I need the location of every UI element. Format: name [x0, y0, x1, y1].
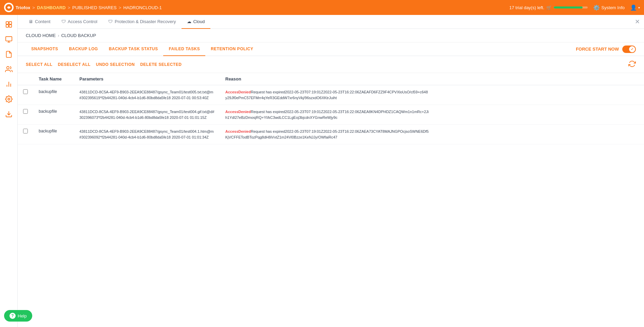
row2-task-name: backupfile — [33, 105, 74, 125]
trial-bar: 17 trial day(s) left. 🛒 — [509, 5, 588, 10]
row3-access-denied: AccessDenied — [225, 129, 251, 133]
tab-content[interactable]: 🖥 Content — [23, 15, 56, 29]
nav-sep3: > — [119, 5, 121, 10]
nav-sep2: > — [68, 5, 70, 10]
row3-checkbox[interactable] — [23, 129, 28, 133]
svg-rect-1 — [6, 22, 8, 24]
sidebar — [0, 15, 18, 327]
topbar-right: 17 trial day(s) left. 🛒 ⚙️ System Info 👤… — [509, 4, 640, 11]
tab-access-control[interactable]: 🛡 Access Control — [56, 15, 103, 29]
user-chevron: ▾ — [638, 6, 640, 10]
toggle-switch[interactable]: ✓ — [622, 46, 636, 53]
row3-params: 43811DCD-8C5A-4EF9-B903-2EEA9CE88487/gsy… — [74, 125, 220, 144]
tab-protection[interactable]: 🛡 Protection & Disaster Recovery — [103, 15, 182, 29]
user-menu[interactable]: 👤 ▾ — [630, 4, 640, 11]
main-content: 🖥 Content 🛡 Access Control 🛡 Protection … — [18, 15, 644, 327]
undo-selection-button[interactable]: UNDO SELECTION — [96, 62, 135, 67]
failed-tasks-table-container[interactable]: Task Name Parameters Reason backupfile — [18, 73, 644, 327]
breadcrumb-current: CLOUD BACKUP — [61, 33, 96, 38]
delete-selected-button[interactable]: DELETE SELECTED — [140, 62, 182, 67]
col-header-checkbox — [18, 73, 33, 85]
sidebar-item-settings[interactable] — [2, 92, 16, 106]
breadcrumb-separator: › — [58, 33, 59, 38]
brand-name: Triofox — [16, 5, 30, 10]
sidebar-item-analytics[interactable] — [2, 77, 16, 91]
svg-rect-2 — [9, 22, 11, 24]
content-tab-icon: 🖥 — [29, 19, 33, 24]
cloud-tab-label: Cloud — [193, 19, 205, 24]
row2-reason: AccessDeniedRequest has expired2022-05-2… — [220, 105, 644, 125]
row1-checkbox-cell — [18, 85, 33, 105]
table-row: backupfile 43811DCD-8C5A-4EF9-B903-2EEA9… — [18, 125, 644, 144]
subtab-retention-policy[interactable]: RETENTION POLICY — [205, 42, 259, 56]
close-button[interactable]: ✕ — [635, 18, 640, 25]
row2-param-text: 43811DCD-8C5A-4EF9-B903-2EEA9CE88487/gsy… — [79, 110, 214, 120]
row1-params: 43811DCD-8C5A-4EF9-B903-2EEA9CE88487/gsy… — [74, 85, 220, 105]
col-header-parameters: Parameters — [74, 73, 220, 85]
row1-reason: AccessDeniedRequest has expired2022-05-2… — [220, 85, 644, 105]
sidebar-item-home[interactable] — [2, 18, 16, 31]
row1-task-name: backupfile — [33, 85, 74, 105]
refresh-button[interactable] — [628, 60, 636, 69]
row2-reason-detail: Request has expired2022-05-23T07:19:01Z2… — [225, 110, 429, 120]
row3-reason-detail: Request has expired2022-05-23T07:19:01Z2… — [225, 129, 429, 139]
tab-cloud[interactable]: ☁ Cloud — [182, 15, 210, 29]
subtab-retention-policy-label: RETENTION POLICY — [211, 47, 253, 51]
force-start-button[interactable]: FORCE START NOW — [576, 47, 619, 52]
topbar-left: Triofox > DASHBOARD > PUBLISHED SHARES >… — [4, 3, 162, 12]
cloud-tab-icon: ☁ — [187, 19, 191, 24]
cart-icon[interactable]: 🛒 — [546, 5, 552, 10]
sidebar-item-users[interactable] — [2, 62, 16, 76]
deselect-all-button[interactable]: DESELECT ALL — [58, 62, 91, 67]
failed-tasks-table: Task Name Parameters Reason backupfile — [18, 73, 644, 144]
col-header-task-name: Task Name — [33, 73, 74, 85]
subtabs-left: SNAPSHOTS BACKUP LOG BACKUP TASK STATUS … — [26, 42, 259, 56]
access-tab-icon: 🛡 — [61, 19, 66, 24]
sidebar-item-monitor[interactable] — [2, 33, 16, 46]
actions-left: SELECT ALL DESELECT ALL UNDO SELECTION D… — [26, 62, 182, 67]
svg-point-12 — [8, 98, 10, 100]
row2-access-denied: AccessDenied — [225, 110, 251, 114]
system-info-button[interactable]: ⚙️ System Info — [593, 4, 625, 11]
gear-icon: ⚙️ — [593, 4, 600, 11]
row1-param-text: 43811DCD-8C5A-4EF9-B903-2EEA9CE88487/gsy… — [79, 90, 213, 100]
nav-shares[interactable]: PUBLISHED SHARES — [72, 5, 117, 10]
system-info-label: System Info — [601, 5, 625, 10]
trial-progress-bar — [554, 6, 588, 8]
trial-text: 17 trial day(s) left. — [509, 5, 544, 10]
subtab-failed-tasks-label: FAILED TASKS — [169, 47, 200, 51]
row1-checkbox[interactable] — [23, 89, 28, 94]
table-row: backupfile 43811DCD-8C5A-4EF9-B903-2EEA9… — [18, 85, 644, 105]
nav-sep1: > — [32, 5, 35, 10]
row2-checkbox-cell — [18, 105, 33, 125]
help-label: Help — [18, 313, 27, 319]
col-header-reason: Reason — [220, 73, 644, 85]
breadcrumb: CLOUD HOME › CLOUD BACKUP — [18, 29, 644, 42]
sidebar-item-files[interactable] — [2, 48, 16, 61]
user-icon: 👤 — [630, 4, 637, 11]
access-tab-label: Access Control — [68, 19, 97, 24]
breadcrumb-home[interactable]: CLOUD HOME — [26, 33, 56, 38]
nav-dashboard[interactable]: DASHBOARD — [37, 5, 66, 10]
subtab-snapshots[interactable]: SNAPSHOTS — [26, 42, 63, 56]
tabs-row: 🖥 Content 🛡 Access Control 🛡 Protection … — [18, 15, 644, 29]
select-all-button[interactable]: SELECT ALL — [26, 62, 53, 67]
subtab-failed-tasks[interactable]: FAILED TASKS — [163, 42, 205, 56]
help-button[interactable]: ? Help — [4, 310, 32, 322]
row2-checkbox[interactable] — [23, 109, 28, 114]
nav-cloud[interactable]: HADRONCLOUD-1 — [123, 5, 162, 10]
svg-rect-5 — [5, 37, 12, 41]
row3-checkbox-cell — [18, 125, 33, 144]
svg-rect-4 — [9, 25, 11, 27]
subtab-backup-task-status[interactable]: BACKUP TASK STATUS — [103, 42, 164, 56]
subtab-snapshots-label: SNAPSHOTS — [31, 47, 58, 51]
content-tab-label: Content — [35, 19, 51, 24]
sidebar-item-download[interactable] — [2, 107, 16, 121]
svg-rect-3 — [6, 25, 8, 27]
protection-tab-label: Protection & Disaster Recovery — [115, 19, 176, 24]
row3-task-name: backupfile — [33, 125, 74, 144]
subtab-backup-task-status-label: BACKUP TASK STATUS — [109, 47, 158, 51]
subtab-backup-log[interactable]: BACKUP LOG — [63, 42, 103, 56]
subtabs-right: FORCE START NOW ✓ — [576, 46, 636, 53]
row1-access-denied: AccessDenied — [225, 90, 251, 94]
